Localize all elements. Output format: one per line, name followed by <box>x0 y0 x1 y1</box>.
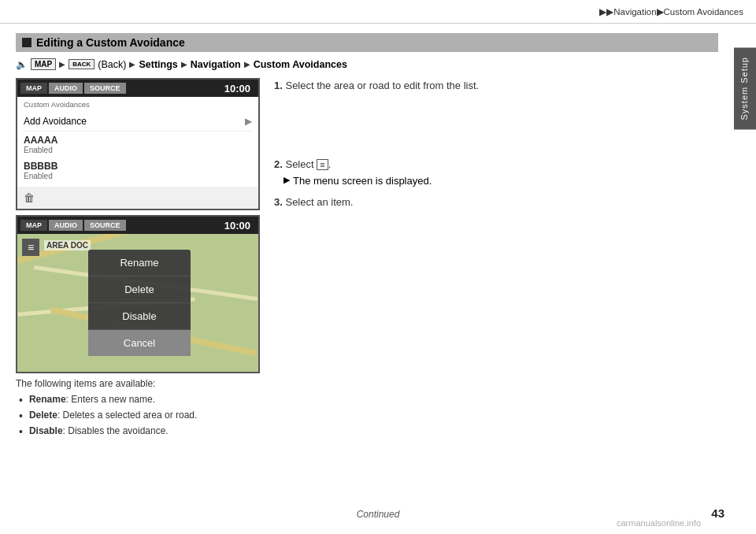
arrow-4: ▶ <box>244 60 250 69</box>
arrow-1: ▶ <box>59 60 65 69</box>
screen2-tab-source[interactable]: SOURCE <box>84 220 126 231</box>
step-3-num: 3. <box>274 196 283 208</box>
section-header: Editing a Custom Avoidance <box>16 33 718 52</box>
screen1-item-aaaaa[interactable]: AAAAA Enabled <box>24 132 252 158</box>
screen1-content: Custom Avoidances Add Avoidance ▶ AAAAA … <box>17 97 258 187</box>
item-aaaaa-status: Enabled <box>24 146 252 154</box>
screen2-time: 10:00 <box>224 220 255 232</box>
screen1-tab-map[interactable]: MAP <box>20 83 47 94</box>
screen2-map-area: ≡ AREA DOC Rename Delete Disable Cancel <box>17 234 258 372</box>
section-title: Editing a Custom Avoidance <box>36 36 185 49</box>
breadcrumb-text: ▶▶Navigation▶Custom Avoidances <box>599 6 743 17</box>
menu-hamburger-icon[interactable]: ≡ <box>22 239 39 256</box>
back-text: (Back) <box>98 59 126 70</box>
section-marker <box>22 38 32 47</box>
step-1: 1. Select the area or road to edit from … <box>274 78 718 94</box>
right-sidebar-tab: System Setup <box>734 47 756 129</box>
screen1-label: Custom Avoidances <box>24 100 252 109</box>
screen1-time: 10:00 <box>224 83 255 95</box>
menu-item-disable[interactable]: Disable <box>88 303 191 330</box>
trash-icon[interactable]: 🗑 <box>24 191 35 204</box>
settings-label: Settings <box>139 59 177 70</box>
step-1-text: 1. Select the area or road to edit from … <box>274 78 718 94</box>
item-bbbbb-name: BBBBB <box>24 161 252 172</box>
screen2-topbar: MAP AUDIO SOURCE 10:00 <box>17 217 258 234</box>
step-2-text: 2. Select ≡. <box>274 157 718 172</box>
main-content: Editing a Custom Avoidance 🔈 MAP ▶ BACK … <box>0 24 734 502</box>
map-button[interactable]: MAP <box>31 58 56 70</box>
top-breadcrumb-bar: ▶▶Navigation▶Custom Avoidances <box>0 0 756 24</box>
screen1-topbar: MAP AUDIO SOURCE 10:00 <box>17 80 258 97</box>
item-aaaaa-name: AAAAA <box>24 135 252 146</box>
screen1-bottom-bar: 🗑 <box>17 187 258 209</box>
add-avoidance-label: Add Avoidance <box>24 116 87 127</box>
caption-text: The following items are available: <box>16 378 260 389</box>
bullet-delete: Delete: Deletes a selected area or road. <box>19 408 260 424</box>
step-3-text: 3. Select an item. <box>274 195 718 210</box>
item-bbbbb-status: Enabled <box>24 172 252 180</box>
left-column: MAP AUDIO SOURCE 10:00 Custom Avoidances… <box>16 78 260 439</box>
navigation-label: Navigation <box>191 59 241 70</box>
screen1-add-row[interactable]: Add Avoidance ▶ <box>24 112 252 132</box>
screen2-tab-audio[interactable]: AUDIO <box>49 220 83 231</box>
back-icon-label: BACK <box>72 61 91 68</box>
screen2-tab-map[interactable]: MAP <box>20 220 47 231</box>
sidebar-tab-label: System Setup <box>739 57 749 120</box>
screen1-item-bbbbb[interactable]: BBBBB Enabled <box>24 158 252 184</box>
watermark: carmanualsonline.info <box>617 518 701 528</box>
step-1-num: 1. <box>274 80 283 91</box>
menu-item-rename[interactable]: Rename <box>88 250 191 276</box>
breadcrumb-h-icon: 🔈 <box>16 59 28 70</box>
step-2-sub-text: The menu screen is displayed. <box>293 175 432 187</box>
bullet-disable-content: Disable: Disables the avoidance. <box>29 425 169 436</box>
bullet-delete-content: Delete: Deletes a selected area or road. <box>29 410 197 421</box>
nav-breadcrumb: 🔈 MAP ▶ BACK (Back) ▶ Settings ▶ Navigat… <box>16 58 718 70</box>
arrow-3: ▶ <box>181 60 187 69</box>
continued-text: Continued <box>357 509 400 520</box>
custom-avoidances-label: Custom Avoidances <box>254 59 347 70</box>
step-2-menu-icon: ≡ <box>317 159 328 170</box>
bullet-disable: Disable: Disables the avoidance. <box>19 424 260 439</box>
step-2: 2. Select ≡. ▶ The menu screen is displa… <box>274 157 718 210</box>
back-button[interactable]: BACK <box>69 59 94 69</box>
add-avoidance-arrow: ▶ <box>245 116 252 127</box>
bullet-rename-content: Rename: Enters a new name. <box>29 394 155 405</box>
screen2-mockup: MAP AUDIO SOURCE 10:00 ≡ AREA DOC <box>16 215 260 373</box>
two-column-layout: MAP AUDIO SOURCE 10:00 Custom Avoidances… <box>16 78 718 439</box>
screen1-tab-source[interactable]: SOURCE <box>84 83 126 94</box>
menu-item-delete[interactable]: Delete <box>88 276 191 303</box>
step-2-num: 2. <box>274 158 283 170</box>
bullet-rename: Rename: Enters a new name. <box>19 392 260 408</box>
right-column: 1. Select the area or road to edit from … <box>274 78 718 221</box>
area-label: AREA DOC <box>44 240 91 250</box>
step-2-arrow: ▶ <box>284 175 290 185</box>
arrow-2: ▶ <box>129 60 135 69</box>
screen1-tab-audio[interactable]: AUDIO <box>49 83 83 94</box>
bullet-list: Rename: Enters a new name. Delete: Delet… <box>16 392 260 439</box>
step-2-sub: ▶ The menu screen is displayed. <box>274 175 718 187</box>
page-number: 43 <box>711 506 724 520</box>
menu-item-cancel[interactable]: Cancel <box>88 330 191 356</box>
screen1-mockup: MAP AUDIO SOURCE 10:00 Custom Avoidances… <box>16 78 260 210</box>
popup-menu: Rename Delete Disable Cancel <box>88 250 191 356</box>
